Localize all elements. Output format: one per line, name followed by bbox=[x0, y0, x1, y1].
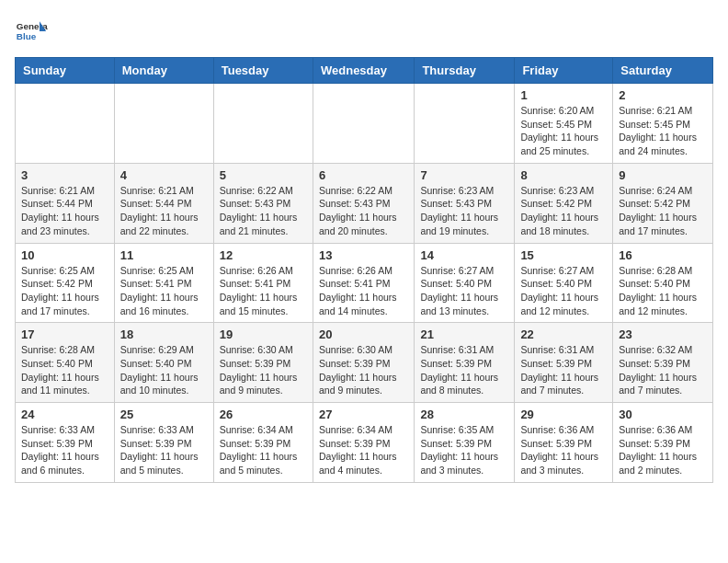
calendar-cell: 2Sunrise: 6:21 AMSunset: 5:45 PMDaylight… bbox=[613, 84, 713, 164]
calendar-cell: 16Sunrise: 6:28 AMSunset: 5:40 PMDayligh… bbox=[613, 243, 713, 323]
calendar-cell: 4Sunrise: 6:21 AMSunset: 5:44 PMDaylight… bbox=[114, 163, 213, 243]
calendar-cell: 19Sunrise: 6:30 AMSunset: 5:39 PMDayligh… bbox=[213, 323, 313, 403]
weekday-header: Monday bbox=[114, 58, 213, 84]
calendar-week-row: 17Sunrise: 6:28 AMSunset: 5:40 PMDayligh… bbox=[16, 323, 713, 403]
cell-content: Sunrise: 6:36 AMSunset: 5:39 PMDaylight:… bbox=[520, 423, 607, 477]
calendar-cell: 22Sunrise: 6:31 AMSunset: 5:39 PMDayligh… bbox=[515, 323, 613, 403]
day-number: 26 bbox=[220, 408, 307, 421]
cell-content: Sunrise: 6:26 AMSunset: 5:41 PMDaylight:… bbox=[319, 264, 408, 318]
cell-content: Sunrise: 6:31 AMSunset: 5:39 PMDaylight:… bbox=[520, 343, 607, 397]
calendar-cell: 12Sunrise: 6:26 AMSunset: 5:41 PMDayligh… bbox=[213, 243, 313, 323]
day-number: 2 bbox=[619, 88, 707, 102]
day-number: 29 bbox=[520, 408, 607, 421]
day-number: 30 bbox=[619, 408, 707, 421]
calendar-cell bbox=[114, 84, 213, 164]
day-number: 24 bbox=[21, 408, 108, 421]
calendar-cell: 1Sunrise: 6:20 AMSunset: 5:45 PMDaylight… bbox=[515, 84, 613, 164]
logo: General Blue bbox=[15, 15, 48, 48]
day-number: 25 bbox=[120, 408, 208, 421]
day-number: 6 bbox=[319, 168, 408, 182]
day-number: 13 bbox=[319, 248, 408, 262]
calendar-cell: 3Sunrise: 6:21 AMSunset: 5:44 PMDaylight… bbox=[16, 163, 115, 243]
day-number: 9 bbox=[619, 168, 707, 182]
weekday-header: Wednesday bbox=[313, 58, 414, 84]
weekday-header: Tuesday bbox=[213, 58, 313, 84]
calendar-cell: 10Sunrise: 6:25 AMSunset: 5:42 PMDayligh… bbox=[16, 243, 115, 323]
calendar-week-row: 1Sunrise: 6:20 AMSunset: 5:45 PMDaylight… bbox=[16, 84, 713, 164]
cell-content: Sunrise: 6:36 AMSunset: 5:39 PMDaylight:… bbox=[619, 423, 707, 477]
svg-text:Blue: Blue bbox=[17, 31, 37, 41]
day-number: 14 bbox=[420, 248, 508, 262]
weekday-header: Thursday bbox=[415, 58, 515, 84]
calendar-cell: 14Sunrise: 6:27 AMSunset: 5:40 PMDayligh… bbox=[415, 243, 515, 323]
day-number: 4 bbox=[120, 168, 208, 182]
weekday-header-row: SundayMondayTuesdayWednesdayThursdayFrid… bbox=[16, 58, 713, 84]
cell-content: Sunrise: 6:28 AMSunset: 5:40 PMDaylight:… bbox=[21, 343, 108, 397]
cell-content: Sunrise: 6:21 AMSunset: 5:45 PMDaylight:… bbox=[619, 104, 707, 158]
calendar-cell bbox=[415, 84, 515, 164]
day-number: 28 bbox=[420, 408, 508, 421]
calendar-cell: 29Sunrise: 6:36 AMSunset: 5:39 PMDayligh… bbox=[515, 403, 613, 483]
cell-content: Sunrise: 6:31 AMSunset: 5:39 PMDaylight:… bbox=[420, 343, 508, 397]
day-number: 10 bbox=[21, 248, 108, 262]
calendar-cell: 5Sunrise: 6:22 AMSunset: 5:43 PMDaylight… bbox=[213, 163, 313, 243]
day-number: 1 bbox=[520, 88, 607, 102]
day-number: 11 bbox=[120, 248, 208, 262]
cell-content: Sunrise: 6:21 AMSunset: 5:44 PMDaylight:… bbox=[21, 184, 108, 238]
calendar-cell: 27Sunrise: 6:34 AMSunset: 5:39 PMDayligh… bbox=[313, 403, 414, 483]
calendar-cell: 17Sunrise: 6:28 AMSunset: 5:40 PMDayligh… bbox=[16, 323, 115, 403]
cell-content: Sunrise: 6:22 AMSunset: 5:43 PMDaylight:… bbox=[319, 184, 408, 238]
cell-content: Sunrise: 6:29 AMSunset: 5:40 PMDaylight:… bbox=[120, 343, 208, 397]
calendar-cell: 11Sunrise: 6:25 AMSunset: 5:41 PMDayligh… bbox=[114, 243, 213, 323]
calendar-cell: 18Sunrise: 6:29 AMSunset: 5:40 PMDayligh… bbox=[114, 323, 213, 403]
cell-content: Sunrise: 6:21 AMSunset: 5:44 PMDaylight:… bbox=[120, 184, 208, 238]
cell-content: Sunrise: 6:23 AMSunset: 5:42 PMDaylight:… bbox=[520, 184, 607, 238]
calendar-cell: 7Sunrise: 6:23 AMSunset: 5:43 PMDaylight… bbox=[415, 163, 515, 243]
calendar-cell bbox=[213, 84, 313, 164]
cell-content: Sunrise: 6:22 AMSunset: 5:43 PMDaylight:… bbox=[220, 184, 307, 238]
day-number: 12 bbox=[220, 248, 307, 262]
cell-content: Sunrise: 6:27 AMSunset: 5:40 PMDaylight:… bbox=[520, 264, 607, 318]
cell-content: Sunrise: 6:27 AMSunset: 5:40 PMDaylight:… bbox=[420, 264, 508, 318]
calendar-cell bbox=[313, 84, 414, 164]
cell-content: Sunrise: 6:28 AMSunset: 5:40 PMDaylight:… bbox=[619, 264, 707, 318]
weekday-header: Friday bbox=[515, 58, 613, 84]
day-number: 8 bbox=[520, 168, 607, 182]
cell-content: Sunrise: 6:34 AMSunset: 5:39 PMDaylight:… bbox=[220, 423, 307, 477]
cell-content: Sunrise: 6:30 AMSunset: 5:39 PMDaylight:… bbox=[220, 343, 307, 397]
cell-content: Sunrise: 6:35 AMSunset: 5:39 PMDaylight:… bbox=[420, 423, 508, 477]
day-number: 15 bbox=[520, 248, 607, 262]
calendar-cell: 9Sunrise: 6:24 AMSunset: 5:42 PMDaylight… bbox=[613, 163, 713, 243]
calendar-cell bbox=[16, 84, 115, 164]
cell-content: Sunrise: 6:34 AMSunset: 5:39 PMDaylight:… bbox=[319, 423, 408, 477]
cell-content: Sunrise: 6:33 AMSunset: 5:39 PMDaylight:… bbox=[21, 423, 108, 477]
cell-content: Sunrise: 6:26 AMSunset: 5:41 PMDaylight:… bbox=[220, 264, 307, 318]
calendar-cell: 20Sunrise: 6:30 AMSunset: 5:39 PMDayligh… bbox=[313, 323, 414, 403]
day-number: 22 bbox=[520, 327, 607, 341]
cell-content: Sunrise: 6:30 AMSunset: 5:39 PMDaylight:… bbox=[319, 343, 408, 397]
calendar-table: SundayMondayTuesdayWednesdayThursdayFrid… bbox=[15, 57, 713, 483]
cell-content: Sunrise: 6:33 AMSunset: 5:39 PMDaylight:… bbox=[120, 423, 208, 477]
day-number: 18 bbox=[120, 327, 208, 341]
calendar-week-row: 24Sunrise: 6:33 AMSunset: 5:39 PMDayligh… bbox=[16, 403, 713, 483]
day-number: 23 bbox=[619, 327, 707, 341]
calendar-cell: 23Sunrise: 6:32 AMSunset: 5:39 PMDayligh… bbox=[613, 323, 713, 403]
day-number: 3 bbox=[21, 168, 108, 182]
cell-content: Sunrise: 6:32 AMSunset: 5:39 PMDaylight:… bbox=[619, 343, 707, 397]
cell-content: Sunrise: 6:24 AMSunset: 5:42 PMDaylight:… bbox=[619, 184, 707, 238]
page-header: General Blue bbox=[15, 15, 713, 48]
calendar-cell: 24Sunrise: 6:33 AMSunset: 5:39 PMDayligh… bbox=[16, 403, 115, 483]
calendar-cell: 8Sunrise: 6:23 AMSunset: 5:42 PMDaylight… bbox=[515, 163, 613, 243]
calendar-cell: 28Sunrise: 6:35 AMSunset: 5:39 PMDayligh… bbox=[415, 403, 515, 483]
calendar-cell: 13Sunrise: 6:26 AMSunset: 5:41 PMDayligh… bbox=[313, 243, 414, 323]
day-number: 20 bbox=[319, 327, 408, 341]
cell-content: Sunrise: 6:20 AMSunset: 5:45 PMDaylight:… bbox=[520, 104, 607, 158]
day-number: 27 bbox=[319, 408, 408, 421]
calendar-cell: 21Sunrise: 6:31 AMSunset: 5:39 PMDayligh… bbox=[415, 323, 515, 403]
day-number: 5 bbox=[220, 168, 307, 182]
calendar-cell: 30Sunrise: 6:36 AMSunset: 5:39 PMDayligh… bbox=[613, 403, 713, 483]
calendar-cell: 26Sunrise: 6:34 AMSunset: 5:39 PMDayligh… bbox=[213, 403, 313, 483]
day-number: 21 bbox=[420, 327, 508, 341]
calendar-cell: 25Sunrise: 6:33 AMSunset: 5:39 PMDayligh… bbox=[114, 403, 213, 483]
calendar-cell: 15Sunrise: 6:27 AMSunset: 5:40 PMDayligh… bbox=[515, 243, 613, 323]
